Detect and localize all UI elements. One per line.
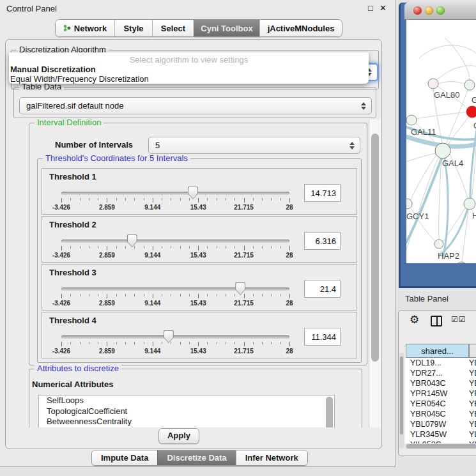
table-row[interactable]: YBL079WYBL0 — [405, 419, 476, 429]
table-row[interactable]: YLR345WYLR3 — [405, 429, 476, 440]
threshold-3-label: Threshold 3 — [49, 268, 96, 277]
table-row[interactable]: YER054CYER0 — [405, 399, 476, 409]
threshold-1-value-field[interactable] — [304, 184, 341, 202]
node-hap2[interactable] — [434, 240, 443, 249]
number-of-intervals-value: 5 — [149, 141, 349, 150]
combo-arrows-icon — [360, 102, 366, 110]
table-horizontal-scrollbar[interactable] — [405, 443, 476, 449]
control-panel-window: Control Panel □ ✕ Network Style Select C… — [0, 0, 395, 467]
slider-thumb[interactable] — [188, 187, 198, 199]
algorithm-popup-prompt: Select algorithm to view settings — [9, 55, 369, 65]
tab-cyni-toolbox[interactable]: Cyni Toolbox — [194, 20, 259, 36]
number-of-intervals-combobox[interactable]: 5 — [148, 137, 360, 154]
tab-select[interactable]: Select — [152, 20, 194, 36]
threshold-1-label: Threshold 1 — [49, 172, 96, 181]
threshold-coordinates-title: Threshold's Coordinates for 5 Intervals — [43, 154, 190, 163]
tab-style[interactable]: Style — [114, 20, 152, 36]
threshold-3-slider[interactable]: -3.4262.8599.14415.4321.71528 — [61, 280, 289, 307]
network-highlight-edges — [406, 122, 476, 256]
node-pink[interactable] — [428, 79, 438, 89]
slider-major-ticks — [61, 294, 290, 298]
panel-vertical-scrollbar[interactable] — [369, 119, 381, 427]
network-canvas[interactable]: GAL80 G C GAL11 GAL4 GCY1 H HAP2 — [406, 20, 476, 263]
threshold-4-value-field[interactable] — [304, 328, 341, 346]
scrollbar-thumb[interactable] — [371, 134, 379, 362]
gear-icon[interactable]: ⚙ — [410, 313, 419, 326]
table-panel: ⚙ ☑☑ shared... na YDL19...YDL1 YDR27...Y… — [398, 310, 476, 456]
slider-track[interactable] — [61, 288, 289, 291]
column-header-name[interactable]: na — [469, 344, 476, 358]
scrollbar-thumb[interactable] — [400, 357, 403, 434]
network-window-titlebar[interactable] — [404, 3, 476, 20]
threshold-coordinates-group: Threshold's Coordinates for 5 Intervals … — [37, 158, 362, 363]
node-gal4[interactable] — [435, 143, 450, 158]
node-label-c-clipped: C — [473, 121, 476, 130]
list-item[interactable]: BetweennessCentrality — [39, 417, 334, 427]
tab-infer-network[interactable]: Infer Network — [236, 450, 307, 465]
slider-track[interactable] — [61, 240, 289, 243]
node-h[interactable] — [464, 198, 475, 210]
node-label-h-clipped: H — [472, 211, 476, 220]
popup-option-manual-discretization[interactable]: Manual Discretization — [10, 65, 96, 74]
close-icon[interactable]: ✕ — [380, 3, 387, 13]
checkbox-icons[interactable]: ☑☑ — [451, 315, 466, 324]
network-node-labels: GAL80 G C GAL11 GAL4 GCY1 H HAP2 — [406, 90, 476, 261]
node-red-selected[interactable] — [466, 106, 476, 118]
tab-network[interactable]: Network — [56, 20, 114, 36]
table-row[interactable]: YPR145WYPR1 — [405, 388, 476, 399]
slider-major-ticks — [61, 198, 290, 203]
popup-option-equal-width-frequency[interactable]: Equal Width/Frequency Discretization — [10, 74, 149, 84]
threshold-3-value-field[interactable] — [304, 280, 341, 298]
apply-button[interactable]: Apply — [158, 428, 199, 444]
column-header-shared[interactable]: shared... — [406, 344, 469, 358]
window-title: Control Panel — [6, 4, 57, 13]
attributes-group-title: Attributes to discretize — [35, 364, 121, 373]
slider-track[interactable] — [61, 192, 289, 195]
tab-impute-data[interactable]: Impute Data — [92, 450, 157, 465]
slider-thumb[interactable] — [127, 234, 137, 247]
table-row[interactable]: YDR27...YDR2 — [405, 368, 476, 378]
tab-discretize-data[interactable]: Discretize Data — [157, 450, 235, 465]
column-split-icon[interactable] — [431, 316, 442, 326]
threshold-2-value-field[interactable] — [304, 232, 341, 250]
float-window-icon[interactable]: □ — [368, 3, 373, 13]
zoom-traffic-light-icon[interactable] — [436, 6, 445, 15]
threshold-2-slider[interactable]: -3.4262.8599.14415.4321.71528 — [61, 232, 289, 259]
list-item[interactable]: TopologicalCoefficient — [39, 406, 334, 417]
top-tab-bar: Network Style Select Cyni Toolbox jActiv… — [55, 19, 342, 37]
minimize-traffic-light-icon[interactable] — [425, 6, 433, 15]
node-gal11[interactable] — [406, 115, 417, 125]
node-top-right[interactable] — [464, 80, 475, 90]
scrollbar-thumb[interactable] — [406, 444, 476, 449]
slider-track[interactable] — [61, 335, 289, 339]
list-vertical-scrollbar[interactable] — [326, 397, 333, 427]
close-traffic-light-icon[interactable] — [413, 6, 422, 15]
node-bottom[interactable] — [456, 262, 466, 263]
table-data-combobox[interactable]: galFiltered.sif default node — [19, 97, 372, 114]
slider-thumb[interactable] — [235, 282, 245, 295]
table-panel-title: Table Panel — [405, 294, 449, 303]
table-row[interactable]: YBR043CYBR0 — [405, 378, 476, 388]
node-label-gal11: GAL11 — [411, 127, 436, 137]
table-rows: YDL19...YDL1 YDR27...YDR2 YBR043CYBR0 YP… — [405, 358, 476, 443]
slider-thumb[interactable] — [164, 330, 174, 343]
table-vertical-scrollbar[interactable] — [399, 353, 404, 449]
algorithm-popup: Select algorithm to view settings Manual… — [9, 52, 369, 84]
tab-jactivemnodules[interactable]: jActiveMNodules — [259, 20, 342, 36]
threshold-4-slider[interactable]: -3.4262.8599.14415.4321.71528 — [61, 328, 289, 355]
tab-impute-data-label: Impute Data — [101, 453, 148, 463]
tab-network-label: Network — [74, 24, 107, 33]
threshold-4-label: Threshold 4 — [49, 316, 96, 325]
threshold-4-panel: Threshold 4 -3.4262.8599.14415.4321.7152… — [42, 312, 357, 358]
cyni-toolbox-panel: Discretization Algorithm Table Data galF… — [5, 39, 382, 449]
threshold-3-panel: Threshold 3 -3.4262.8599.14415.4321.7152… — [42, 264, 357, 311]
settings-scroll-area: Interval Definition Number of Intervals … — [12, 119, 369, 427]
table-row[interactable]: YBR045CYBR0 — [405, 409, 476, 419]
slider-major-ticks — [61, 246, 290, 250]
list-item[interactable]: SelfLoops — [39, 395, 334, 406]
tab-select-label: Select — [161, 24, 185, 33]
table-row[interactable]: YDL19...YDL1 — [405, 358, 476, 368]
tab-cyni-toolbox-label: Cyni Toolbox — [201, 24, 252, 33]
threshold-1-slider[interactable]: -3.4262.8599.14415.4321.71528 — [61, 184, 289, 211]
node-gcy1[interactable] — [406, 199, 412, 209]
